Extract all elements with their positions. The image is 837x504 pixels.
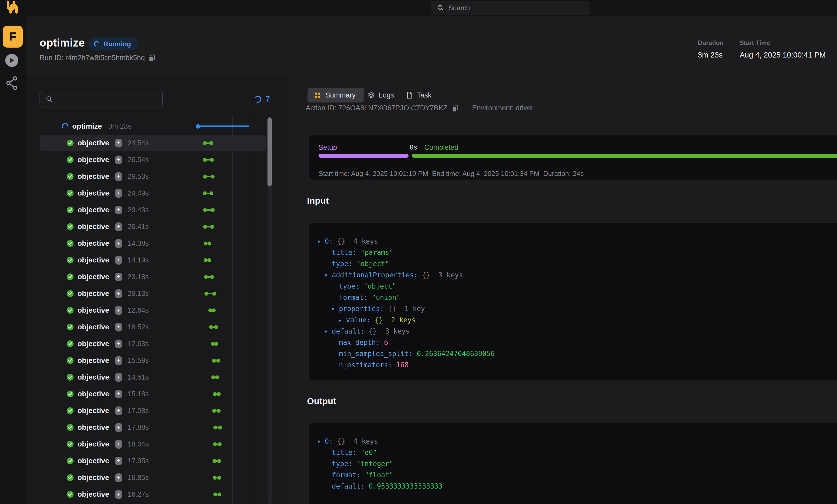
tree-row-objective[interactable]: objective+15.18s: [39, 386, 272, 402]
tree-row-objective[interactable]: objective+18.04s: [39, 436, 272, 452]
tab-summary[interactable]: Summary: [307, 88, 364, 102]
run-id: Run ID: r4m2h7w8t5cn5hmbk5hq: [39, 54, 155, 62]
task-label: objective: [77, 256, 109, 264]
copy-icon[interactable]: [452, 104, 459, 112]
expand-plus-badge[interactable]: +: [115, 189, 122, 198]
success-check-icon: [67, 273, 74, 280]
setup-phase-card: Setup 0s Completed Start time: Aug 4, 20…: [308, 135, 837, 180]
task-duration: 15.59s: [127, 357, 149, 365]
task-duration: 15.18s: [127, 390, 149, 398]
tree-row-objective[interactable]: objective+17.95s: [39, 452, 272, 469]
tree-row-optimize[interactable]: optimize3m 23s: [39, 118, 272, 135]
expand-plus-badge[interactable]: +: [115, 155, 122, 164]
gantt-bar-success: [213, 486, 221, 503]
collapse-arrow-icon[interactable]: ▾: [332, 303, 339, 315]
tree-row-objective[interactable]: objective+18.52s: [39, 319, 272, 335]
setup-elapsed: 0s: [394, 144, 417, 151]
collapse-arrow-icon[interactable]: ▾: [318, 236, 325, 247]
tree-search-input[interactable]: [57, 95, 156, 103]
tree-row-objective[interactable]: objective+15.59s: [39, 352, 272, 369]
tree-row-objective[interactable]: objective+17.88s: [39, 419, 272, 436]
tree-row-objective[interactable]: objective+26.54s: [39, 151, 272, 168]
success-check-icon: [67, 156, 74, 163]
success-check-icon: [67, 491, 74, 498]
json-value: "object": [356, 260, 389, 268]
share-icon[interactable]: [6, 76, 18, 90]
success-check-icon: [67, 206, 74, 213]
play-button[interactable]: [5, 54, 18, 67]
union-logo-icon[interactable]: [6, 1, 19, 14]
expand-plus-badge[interactable]: +: [115, 290, 122, 298]
json-key: title:: [332, 248, 356, 257]
task-label: objective: [77, 290, 109, 298]
tab-task[interactable]: Task: [407, 88, 432, 102]
tree-row-objective[interactable]: objective+12.64s: [39, 302, 272, 319]
action-id-label: Action ID: 726OA8LN7XO67PJOIC7DY7BKZ: [306, 104, 448, 112]
tree-row-objective[interactable]: objective+24.49s: [39, 185, 272, 202]
task-duration: 12.63s: [127, 340, 149, 348]
gantt-bar-success: [213, 469, 221, 486]
json-key: type:: [332, 260, 352, 268]
copy-icon[interactable]: [148, 54, 155, 62]
tree-row-objective[interactable]: objective+16.27s: [39, 486, 272, 503]
tree-row-objective[interactable]: objective+16.85s: [39, 469, 272, 486]
workspace-tile[interactable]: F: [3, 25, 23, 48]
success-check-icon: [67, 390, 74, 398]
tab-logs-label: Logs: [379, 91, 394, 99]
global-search-input[interactable]: [448, 4, 574, 12]
tree-search[interactable]: [39, 91, 163, 108]
expand-plus-badge[interactable]: +: [115, 473, 122, 482]
duration-column: Duration 3m 23s: [698, 39, 724, 59]
collapse-arrow-icon[interactable]: ▾: [318, 436, 325, 447]
expand-plus-badge[interactable]: +: [115, 273, 122, 281]
tab-logs[interactable]: Logs: [368, 88, 394, 102]
expand-arrow-icon[interactable]: ▸: [339, 315, 346, 326]
collapse-arrow-icon[interactable]: ▾: [324, 270, 332, 281]
expand-plus-badge[interactable]: +: [115, 490, 122, 499]
expand-plus-badge[interactable]: +: [115, 390, 122, 398]
start-time-column: Start Time Aug 4, 2025 10:00:41 PM: [740, 39, 826, 59]
expand-plus-badge[interactable]: +: [115, 457, 122, 465]
task-duration: 14.51s: [127, 373, 149, 381]
tree-row-objective[interactable]: objective+14.38s: [39, 235, 272, 252]
output-heading: Output: [307, 396, 336, 406]
tree-row-objective[interactable]: objective+17.08s: [39, 402, 272, 419]
tree-row-objective[interactable]: objective+14.19s: [39, 252, 272, 268]
tree-row-objective[interactable]: objective+29.53s: [39, 168, 272, 185]
completed-progress-bar: [412, 154, 837, 157]
tree-scrollbar-thumb[interactable]: [267, 117, 272, 186]
expand-plus-badge[interactable]: +: [115, 407, 122, 415]
tree-row-objective[interactable]: objective+14.51s: [39, 369, 272, 386]
expand-plus-badge[interactable]: +: [115, 340, 122, 348]
task-label: objective: [77, 189, 109, 198]
global-search[interactable]: [431, 1, 589, 15]
expand-plus-badge[interactable]: +: [115, 222, 122, 231]
expand-plus-badge[interactable]: +: [115, 206, 122, 214]
tree-row-objective[interactable]: objective+29.13s: [39, 285, 272, 302]
tree-row-objective[interactable]: objective+29.43s: [39, 202, 272, 218]
expand-plus-badge[interactable]: +: [115, 172, 122, 181]
refresh-control[interactable]: 7: [253, 95, 270, 104]
json-key: title:: [332, 449, 356, 456]
collapse-arrow-icon[interactable]: ▾: [324, 326, 332, 337]
search-icon: [437, 4, 444, 12]
success-check-icon: [67, 139, 74, 147]
expand-plus-badge[interactable]: +: [115, 440, 122, 449]
expand-plus-badge[interactable]: +: [115, 239, 122, 248]
tree-row-objective[interactable]: objective+12.63s: [39, 335, 272, 352]
expand-plus-badge[interactable]: +: [115, 373, 122, 382]
gantt-bar-success: [213, 436, 222, 452]
expand-plus-badge[interactable]: +: [115, 139, 122, 147]
expand-plus-badge[interactable]: +: [115, 306, 122, 315]
success-check-icon: [67, 290, 74, 297]
expand-plus-badge[interactable]: +: [115, 356, 122, 365]
tree-row-objective[interactable]: objective+26.41s: [39, 218, 272, 235]
expand-plus-badge[interactable]: +: [115, 423, 122, 432]
expand-plus-badge[interactable]: +: [115, 323, 122, 332]
tree-row-objective[interactable]: objective+24.54s: [39, 135, 272, 151]
tree-row-objective[interactable]: objective+23.18s: [39, 268, 272, 285]
expand-plus-badge[interactable]: +: [115, 256, 122, 264]
json-value: "params": [361, 248, 393, 257]
success-check-icon: [67, 189, 74, 197]
json-value: 6: [384, 338, 388, 347]
